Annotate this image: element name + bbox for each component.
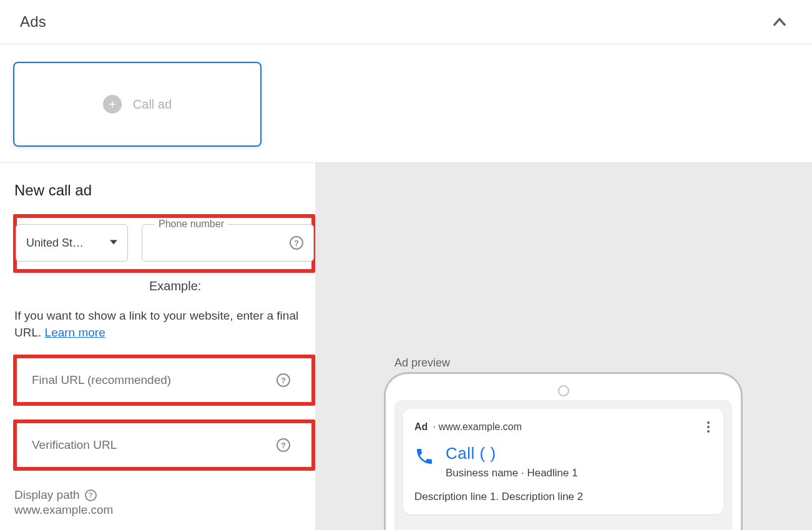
phone-number-input[interactable]: Phone number ? xyxy=(142,224,314,262)
verification-url-label: Verification URL xyxy=(32,438,117,452)
ad-overflow-menu[interactable] xyxy=(705,419,712,435)
country-value: United St… xyxy=(26,237,84,250)
verification-url-input[interactable]: Verification URL ? xyxy=(16,423,303,467)
call-ad-card[interactable]: Call ad xyxy=(13,62,262,147)
device-screen: Ad · www.example.com Call ( ) xyxy=(394,400,732,530)
final-url-input[interactable]: Final URL (recommended) ? xyxy=(16,358,303,402)
preview-title: Ad preview xyxy=(394,356,450,370)
ad-sep: · xyxy=(430,421,438,432)
ad-badge: Ad xyxy=(414,421,428,432)
ad-preview-card: Ad · www.example.com Call ( ) xyxy=(403,409,723,514)
highlight-verification-url: Verification URL ? xyxy=(13,420,315,471)
form-title: New call ad xyxy=(14,182,315,199)
editor: New call ad United St… Phone number ? Ex… xyxy=(0,163,812,530)
chevron-up-icon xyxy=(771,13,788,31)
ad-card-row: Call ad xyxy=(0,44,812,163)
final-url-hint: If you want to show a link to your websi… xyxy=(14,307,300,341)
learn-more-link[interactable]: Learn more xyxy=(45,326,105,339)
ad-meta: Ad · www.example.com xyxy=(414,421,522,433)
dropdown-caret-icon xyxy=(110,237,117,248)
section-header: Ads xyxy=(0,0,812,44)
display-path-url: www.example.com xyxy=(14,503,315,517)
preview-column: Ad preview Ad · www.example.com xyxy=(315,163,812,530)
highlight-final-url: Final URL (recommended) ? xyxy=(13,355,315,406)
final-url-label: Final URL (recommended) xyxy=(32,373,171,387)
ad-description: Description line 1. Description line 2 xyxy=(414,491,712,503)
help-icon[interactable]: ? xyxy=(85,489,97,501)
phone-icon xyxy=(414,446,434,466)
phone-number-label: Phone number xyxy=(155,218,228,230)
call-ad-label: Call ad xyxy=(133,97,172,112)
help-icon[interactable]: ? xyxy=(290,236,303,250)
plus-circle-icon xyxy=(103,95,122,114)
section-title: Ads xyxy=(20,13,46,31)
ad-headline: Call ( ) xyxy=(446,444,578,463)
country-select[interactable]: United St… xyxy=(16,224,128,262)
form-column: New call ad United St… Phone number ? Ex… xyxy=(0,163,315,530)
highlight-phone-row: United St… Phone number ? xyxy=(13,214,315,273)
display-path-label: Display path xyxy=(14,488,80,502)
display-path-section: Display path ? www.example.com xyxy=(14,488,315,517)
help-icon[interactable]: ? xyxy=(276,373,290,387)
help-icon[interactable]: ? xyxy=(276,438,290,452)
ad-subline: Business name · Headline 1 xyxy=(446,467,578,479)
device-frame: Ad · www.example.com Call ( ) xyxy=(384,372,743,530)
collapse-section-button[interactable] xyxy=(771,13,788,31)
ad-domain: www.example.com xyxy=(439,421,522,432)
phone-example-label: Example: xyxy=(149,279,315,293)
